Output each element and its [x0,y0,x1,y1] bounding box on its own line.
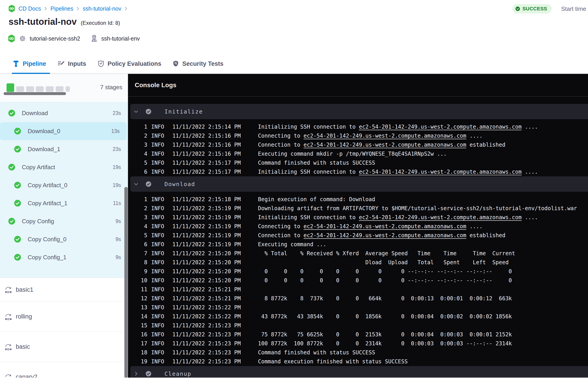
log-link[interactable]: ec2-54-201-142-249.us-west-2.compute.ama… [359,124,521,130]
log-line: 16INFO11/11/2022 2:15:23 PM 75 8772k 75 … [128,330,588,339]
success-check-icon [14,254,21,261]
log-level: INFO [151,277,172,284]
breadcrumb-link-project[interactable]: CD Docs [18,5,41,12]
rolling-deploy-icon [4,343,12,351]
service-name[interactable]: tutorial-service-ssh2 [30,35,80,42]
shield-check-icon [97,60,104,67]
stages-count-label: 7 stages [100,84,122,91]
log-line: 2INFO11/11/2022 2:15:16 PMConnecting to … [128,131,588,140]
stage-square[interactable] [26,86,34,92]
log-line-number: 2 [128,205,147,212]
log-message: 8 8772k 8 737k 0 0 664k 0 0:00:13 0:00:0… [258,295,512,302]
stage-label: Copy Artifact [22,164,55,171]
log-line-number: 1 [128,196,147,202]
log-text: Connecting to [258,223,304,230]
stage-square-completed[interactable] [7,83,14,92]
log-section-header[interactable]: Download [130,176,588,192]
stage-row[interactable]: Copy Artifact19s [0,158,128,176]
log-link[interactable]: ec2-54-201-142-249.us-west-2.compute.ama… [304,223,466,230]
stage-row[interactable]: Download23s [0,104,128,122]
log-timestamp: 11/11/2022 2:15:22 PM [172,313,258,320]
success-check-icon [8,218,15,225]
stage-row[interactable]: Copy Config9s [0,212,128,230]
log-timestamp: 11/11/2022 2:15:16 PM [172,151,258,157]
tab-policy-evaluations[interactable]: Policy Evaluations [97,60,161,67]
stage-duration: 9s [116,254,121,260]
log-timestamp: 11/11/2022 2:15:18 PM [172,196,258,202]
stage-row[interactable]: Copy Artifact_111s [0,194,128,212]
log-link[interactable]: ec2-54-201-142-249.us-west-2.compute.ama… [359,169,521,175]
log-link[interactable]: ec2-54-201-142-249.us-west-2.compute.ama… [304,133,466,139]
log-link[interactable]: ec2-54-201-142-249.us-west-2.compute.ama… [304,232,466,239]
chevron-down-icon[interactable] [133,181,139,187]
success-check-icon [8,110,15,116]
log-line: 3INFO11/11/2022 2:15:19 PMInitializing S… [128,213,588,222]
log-line: 7INFO11/11/2022 2:15:20 PM % Total % Rec… [128,249,588,258]
log-line: 6INFO11/11/2022 2:15:17 PMInitializing S… [128,167,588,176]
log-line: 17INFO11/11/2022 2:15:23 PM100 8772k 100… [128,339,588,348]
log-level: INFO [151,322,172,329]
chevron-down-icon[interactable] [133,109,139,114]
log-line-number: 10 [128,277,147,284]
tab-pipeline[interactable]: Pipeline [13,60,46,67]
log-timestamp: 11/11/2022 2:15:19 PM [172,223,258,230]
stage-square[interactable] [36,86,44,92]
log-line-number: 2 [128,133,147,139]
stage-row[interactable]: Copy Config_09s [0,230,128,248]
log-line: 3INFO11/11/2022 2:15:16 PMConnection to … [128,140,588,149]
pipeline-list-item[interactable]: basic [0,332,128,362]
log-message: 0 0 0 0 0 0 0 0 --:--:-- --:--:-- --:--:… [258,268,512,275]
pipeline-list-item[interactable]: canary2 [0,362,128,378]
tab-security-tests[interactable]: Security Tests [173,60,224,67]
pipeline-list-item[interactable]: rolling [0,301,128,332]
log-text: 75 8772k 75 6625k 0 0 2153k 0 0:00:04 0:… [258,331,512,338]
log-line: 12INFO11/11/2022 2:15:21 PM 8 8772k 8 73… [128,294,588,303]
stage-square[interactable] [16,86,24,92]
stage-square[interactable] [66,86,70,92]
check-circle-icon [515,6,520,11]
log-text: Downloading artifact from ARTIFACTORY to… [258,205,577,212]
log-line: 6INFO11/11/2022 2:15:19 PMExecuting comm… [128,240,588,249]
log-link[interactable]: ec2-54-201-142-249.us-west-2.compute.ama… [304,142,466,148]
log-line-number: 4 [128,223,147,230]
log-timestamp: 11/11/2022 2:15:19 PM [172,232,258,239]
environment-name[interactable]: ssh-tutorial-env [101,35,140,42]
tab-inputs[interactable]: Inputs [57,60,86,67]
stage-square[interactable] [56,86,64,92]
log-text: Initializing SSH connection to [258,214,359,220]
log-line-number: 17 [128,340,147,347]
stage-graph-scrollbar[interactable] [4,92,66,95]
stage-row[interactable]: Copy Artifact_019s [0,176,128,194]
log-message: 0 0 0 0 0 0 0 0 --:--:-- --:--:-- --:--:… [258,277,512,284]
breadcrumb-link-pipelines[interactable]: Pipelines [51,5,73,12]
log-timestamp: 11/11/2022 2:15:19 PM [172,241,258,248]
log-text: established [466,232,505,239]
log-message: Connection to ec2-54-201-142-249.us-west… [258,142,505,148]
log-line: 14INFO11/11/2022 2:15:22 PM 43 8772k 43 … [128,312,588,321]
log-message: Downloading artifact from ARTIFACTORY to… [258,205,577,212]
log-level: INFO [151,340,172,347]
log-line-number: 3 [128,214,147,220]
log-text: .... [521,214,538,220]
log-timestamp: 11/11/2022 2:15:22 PM [172,304,258,311]
log-line-number: 9 [128,268,147,275]
log-link[interactable]: ec2-54-201-142-249.us-west-2.compute.ama… [359,214,521,220]
sidebar-scrollbar[interactable] [124,187,128,378]
status-badge-label: SUCCESS [522,6,547,12]
success-check-icon [14,128,21,135]
log-text: Initializing SSH connection to [258,169,359,175]
log-line: 13INFO11/11/2022 2:15:22 PM [128,303,588,312]
breadcrumb-link-pipeline-name[interactable]: ssh-tutorial-nov [83,5,121,12]
log-section-header[interactable]: Cleanup [130,366,588,378]
console-body: Initialize1INFO11/11/2022 2:15:14 PMInit… [128,97,588,378]
stage-square[interactable] [46,86,53,92]
log-line: 1INFO11/11/2022 2:15:14 PMInitializing S… [128,122,588,131]
stage-row[interactable]: Download_123s [0,140,128,158]
stage-row[interactable]: Copy Config_19s [0,248,128,266]
tab-pipeline-label: Pipeline [23,60,46,67]
chevron-right-icon[interactable] [133,371,139,377]
pipeline-list-item[interactable]: basic1 [0,278,128,301]
stage-row[interactable]: Download_013s [0,122,127,140]
log-section-header[interactable]: Initialize [130,104,588,119]
log-level: INFO [151,268,172,275]
